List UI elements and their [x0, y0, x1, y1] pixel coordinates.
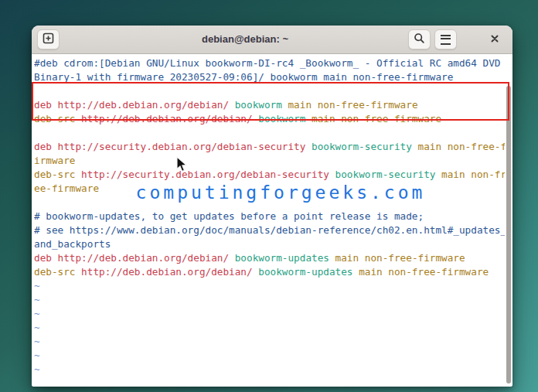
terminal-line: ~: [34, 293, 505, 307]
titlebar[interactable]: debian@debian: ~: [32, 26, 512, 54]
new-tab-button[interactable]: [37, 29, 60, 49]
terminal-line: #deb cdrom:[Debian GNU/Linux bookworm-DI…: [34, 56, 505, 70]
close-icon: [490, 32, 499, 46]
terminal-line: deb-src http://deb.debian.org/debian/ bo…: [34, 112, 505, 126]
terminal-window: debian@debian: ~ #deb cdrom:[Debian GNU/…: [32, 26, 512, 387]
terminal-line: ~: [34, 307, 505, 321]
search-icon: [414, 32, 425, 47]
menu-icon: [441, 35, 451, 45]
terminal-line: ee-firmware: [34, 182, 505, 196]
close-button[interactable]: [485, 29, 505, 49]
terminal-lines: #deb cdrom:[Debian GNU/Linux bookworm-DI…: [34, 56, 505, 377]
terminal-line: and_backports: [34, 237, 505, 251]
terminal-line: [34, 196, 505, 210]
new-tab-icon: [43, 32, 54, 47]
terminal-line: deb http://security.debian.org/debian-se…: [34, 140, 505, 154]
menu-button[interactable]: [434, 29, 457, 49]
terminal-line: deb-src http://deb.debian.org/debian/ bo…: [34, 265, 505, 279]
terminal-line: ~: [34, 321, 505, 335]
search-button[interactable]: [408, 29, 431, 49]
terminal-line: ~: [34, 279, 505, 293]
terminal-line: # bookworm-updates, to get updates befor…: [34, 210, 505, 223]
terminal-line: [34, 126, 505, 140]
terminal-viewport[interactable]: #deb cdrom:[Debian GNU/Linux bookworm-DI…: [32, 54, 512, 387]
terminal-line: ~: [34, 349, 505, 363]
vim-status-bar: -- INSERT -- 2,1 All: [35, 372, 503, 386]
terminal-line: Binary-1 with firmware 20230527-09:06]/ …: [34, 70, 505, 84]
terminal-line: deb http://deb.debian.org/debian/ bookwo…: [34, 98, 505, 112]
terminal-line: deb http://deb.debian.org/debian/ bookwo…: [34, 251, 505, 265]
terminal-line: irmware: [34, 154, 505, 168]
window-title: debian@debian: ~: [101, 26, 389, 53]
terminal-line: ~: [34, 335, 505, 349]
terminal-line: deb-src http://security.debian.org/debia…: [34, 168, 505, 182]
desktop: { "window": { "title": "debian@debian: ~…: [0, 0, 538, 392]
scrollbar-handle[interactable]: [506, 86, 511, 383]
terminal-line: # see https://www.debian.org/doc/manuals…: [34, 223, 505, 237]
terminal-line: [34, 84, 505, 98]
